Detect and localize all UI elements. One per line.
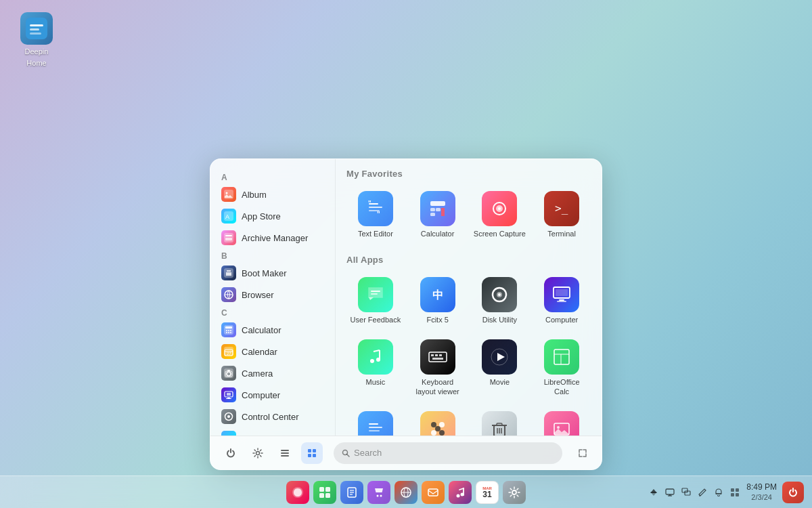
sys-tray — [648, 486, 741, 499]
svg-rect-133 — [666, 489, 674, 494]
app-album2[interactable]: Album — [533, 406, 591, 436]
svg-rect-111 — [308, 454, 311, 457]
screencap-icon — [482, 191, 517, 226]
calendar-sidebar-icon: 27 — [221, 344, 236, 359]
svg-rect-112 — [313, 454, 316, 457]
sidebar-item-appstore[interactable]: A App Store — [216, 205, 330, 227]
taskbar-browser-icon[interactable] — [394, 481, 418, 504]
sidebar-item-controlcenter[interactable]: Control Center — [216, 406, 330, 427]
app-userfeedback[interactable]: User Feedback — [346, 272, 405, 330]
tray-notification-icon[interactable] — [713, 486, 725, 499]
svg-rect-118 — [319, 493, 324, 498]
clock-time: 8:49 PM — [746, 482, 777, 493]
taskbar-deepin-icon[interactable] — [286, 481, 309, 504]
svg-rect-88 — [369, 430, 380, 431]
music-icon — [358, 339, 393, 375]
sidebar-item-bootmaker[interactable]: Boot Maker — [216, 262, 330, 284]
svg-point-130 — [457, 494, 460, 497]
sidebar-section-a: A — [216, 170, 330, 184]
svg-point-71 — [376, 358, 380, 362]
clock: 8:49 PM 2/3/24 — [746, 482, 777, 503]
taskbar: MAR 31 — [0, 475, 812, 508]
deepin-home-label: Deepin — [25, 47, 49, 56]
taskbar-tasks-icon[interactable] — [340, 481, 363, 504]
svg-point-70 — [370, 359, 374, 363]
search-placeholder-text: Search — [354, 448, 382, 458]
sidebar-item-calculator[interactable]: Calculator — [216, 319, 330, 341]
tray-layout-icon[interactable] — [729, 486, 741, 499]
libreoffice-label: LibreOffice Calc — [535, 378, 588, 396]
taskbar-power-icon[interactable] — [782, 482, 804, 503]
search-bar[interactable]: Search — [334, 442, 562, 464]
app-texteditor2[interactable]: Text Editor — [346, 406, 405, 436]
app-trash[interactable]: Trash — [471, 406, 529, 436]
tray-multiscreen-icon[interactable] — [680, 486, 692, 499]
grid-view-button[interactable] — [301, 442, 323, 464]
svg-rect-117 — [325, 487, 330, 492]
taskbar-store-icon[interactable] — [367, 481, 390, 504]
computer2-icon — [544, 277, 579, 312]
app-gomoku[interactable]: Gomoku — [409, 406, 467, 436]
sidebar-item-cooperation[interactable]: Cooperation — [216, 427, 330, 436]
sidebar-item-archive[interactable]: Archive Manager — [216, 227, 330, 249]
favorites-title: My Favorites — [346, 169, 591, 179]
search-icon — [342, 449, 350, 457]
taskbar-settings-icon[interactable] — [503, 481, 526, 504]
menu-settings-button[interactable] — [247, 442, 269, 464]
taskbar-mail-icon[interactable] — [422, 481, 445, 504]
svg-rect-141 — [736, 488, 739, 492]
userfeedback-label: User Feedback — [351, 316, 401, 324]
svg-rect-87 — [369, 427, 382, 428]
app-texteditor-fav[interactable]: "" Text Editor — [346, 186, 405, 244]
app-menu: A Album A App Store — [210, 158, 602, 470]
bootmaker-icon — [221, 266, 236, 280]
app-diskutility[interactable]: Disk Utility — [471, 272, 529, 330]
svg-rect-119 — [325, 493, 330, 498]
svg-point-93 — [439, 430, 445, 436]
sidebar-item-appstore-label: App Store — [242, 211, 281, 221]
texteditor-fav-label: Text Editor — [358, 230, 393, 238]
cooperation-icon — [221, 431, 236, 436]
taskbar-calendar-icon[interactable]: MAR 31 — [476, 481, 499, 504]
album2-icon — [544, 411, 579, 436]
app-libreoffice[interactable]: LibreOffice Calc — [533, 334, 591, 401]
sidebar-item-calendar[interactable]: 27 Calendar — [216, 341, 330, 362]
sidebar-item-album[interactable]: Album — [216, 184, 330, 205]
list-view-button[interactable] — [274, 442, 296, 464]
power-button[interactable] — [220, 442, 242, 464]
tray-network-up-icon[interactable] — [648, 486, 660, 499]
expand-button[interactable] — [573, 444, 592, 463]
svg-rect-3 — [30, 33, 41, 35]
keyboard-icon — [420, 339, 455, 375]
tray-display-icon[interactable] — [664, 486, 676, 499]
svg-rect-48 — [430, 213, 435, 216]
terminal-fav-label: Terminal — [547, 230, 576, 238]
taskbar-music-icon[interactable] — [449, 481, 472, 504]
sidebar-item-computer[interactable]: Computer — [216, 384, 330, 406]
sidebar-section-c: C — [216, 305, 330, 319]
allapps-grid: User Feedback 中 Fcitx 5 Disk Utility — [346, 272, 591, 436]
svg-rect-46 — [430, 208, 435, 211]
svg-rect-109 — [308, 449, 311, 452]
svg-rect-73 — [429, 352, 447, 362]
trash-icon — [482, 411, 517, 436]
fcitx5-label: Fcitx 5 — [426, 316, 448, 324]
sidebar-item-camera[interactable]: Camera — [216, 362, 330, 384]
svg-rect-69 — [365, 346, 386, 368]
app-screencapture-fav[interactable]: Screen Capture — [471, 186, 529, 244]
desktop-icon-deepin-home[interactable]: Deepin Home — [12, 12, 61, 68]
sidebar-item-browser-label: Browser — [242, 290, 274, 300]
app-calculator-fav[interactable]: Calculator — [409, 186, 467, 244]
app-music[interactable]: Music — [346, 334, 405, 401]
sidebar-item-browser[interactable]: Browser — [216, 284, 330, 305]
app-keyboard[interactable]: Keyboard layout viewer — [409, 334, 467, 401]
app-fcitx5[interactable]: 中 Fcitx 5 — [409, 272, 467, 330]
svg-text:>_: >_ — [555, 202, 568, 215]
tray-draw-icon[interactable] — [696, 486, 708, 499]
app-computer2[interactable]: Computer — [533, 272, 591, 330]
taskbar-multitasking-icon[interactable] — [313, 481, 336, 504]
svg-point-63 — [498, 293, 501, 296]
app-movie[interactable]: Movie — [471, 334, 529, 401]
app-terminal-fav[interactable]: >_ Terminal — [533, 186, 591, 244]
terminal-icon: >_ — [544, 191, 579, 226]
